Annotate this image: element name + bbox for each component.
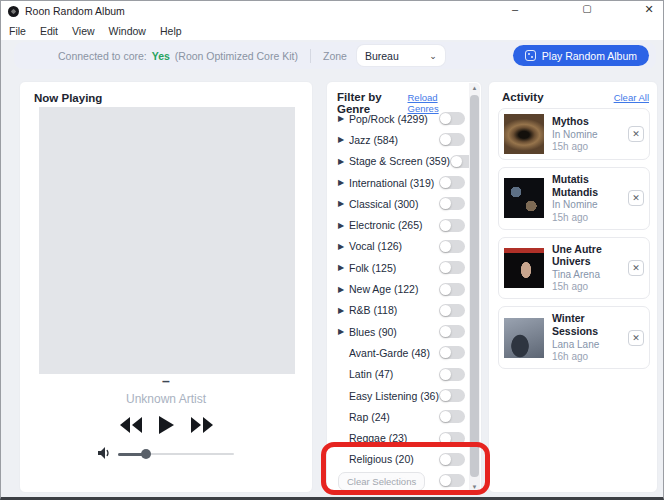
genre-toggle[interactable]: [439, 283, 465, 296]
menu-edit[interactable]: Edit: [40, 25, 58, 37]
genre-toggle[interactable]: [439, 325, 465, 338]
scroll-up-icon[interactable]: ▲: [469, 85, 480, 91]
expand-arrow-icon[interactable]: ▶: [338, 327, 349, 336]
album-thumbnail: [504, 248, 544, 288]
genre-row: ▶ Easy Listening (36): [327, 385, 471, 406]
menu-help[interactable]: Help: [160, 25, 182, 37]
activity-item[interactable]: Winter Sessions Lana Lane 16h ago ✕: [498, 306, 650, 369]
connected-label: Connected to core:: [58, 50, 147, 62]
titlebar: Roon Random Album – ▢ ✕: [1, 1, 663, 21]
clear-all-link[interactable]: Clear All: [614, 92, 649, 103]
genre-toggle[interactable]: [439, 346, 465, 359]
activity-item[interactable]: Une Autre Univers Tina Arena 15h ago ✕: [498, 237, 650, 300]
app-window: Roon Random Album – ▢ ✕ File Edit View W…: [0, 0, 664, 500]
next-track-button[interactable]: [190, 417, 214, 433]
play-random-album-label: Play Random Album: [542, 50, 637, 62]
activity-title: Activity: [502, 91, 544, 103]
genre-toggle[interactable]: [439, 389, 465, 402]
scrollbar-thumb[interactable]: [470, 95, 479, 477]
remove-item-button[interactable]: ✕: [628, 260, 644, 276]
genre-label: Vocal (126): [349, 240, 439, 252]
play-random-album-button[interactable]: Play Random Album: [513, 45, 649, 66]
remove-item-button[interactable]: ✕: [628, 126, 644, 142]
dice-icon: [525, 50, 536, 61]
expand-arrow-icon[interactable]: ▶: [338, 135, 349, 144]
genre-row: ▶ Reggae (23): [327, 427, 471, 448]
expand-arrow-icon[interactable]: ▶: [338, 285, 349, 294]
genre-row: ▶ Latin (47): [327, 364, 471, 385]
scroll-down-icon[interactable]: ▼: [469, 484, 480, 490]
zone-value: Bureau: [365, 50, 399, 62]
expand-arrow-icon[interactable]: ▶: [338, 263, 349, 272]
remove-item-button[interactable]: ✕: [628, 330, 644, 346]
genre-label: Avant-Garde (48): [349, 347, 439, 359]
play-button[interactable]: [159, 416, 174, 434]
menu-file[interactable]: File: [9, 25, 26, 37]
genre-toggle[interactable]: [439, 368, 465, 381]
genre-toggle[interactable]: [439, 112, 465, 125]
volume-knob[interactable]: [141, 449, 151, 459]
genre-scrollbar[interactable]: ▲ ▼: [469, 83, 480, 492]
genre-toggle[interactable]: [439, 304, 465, 317]
genre-label: Rap (24): [349, 411, 439, 423]
genre-toggle[interactable]: [439, 432, 465, 445]
genre-label: Blues (90): [349, 326, 439, 338]
activity-list: Mythos In Nomine 15h ago ✕ Mutatis Mutan…: [498, 108, 650, 376]
genre-row: ▶ R&B (118): [327, 300, 471, 321]
activity-artist: In Nomine: [552, 128, 620, 142]
genre-toggle[interactable]: [439, 176, 465, 189]
activity-album: Mutatis Mutandis: [552, 173, 620, 198]
genre-toggle[interactable]: [439, 474, 465, 487]
genre-toggle[interactable]: [439, 410, 465, 423]
activity-item[interactable]: Mythos In Nomine 15h ago ✕: [498, 108, 650, 160]
zone-dropdown[interactable]: Bureau ⌄: [357, 45, 445, 66]
activity-artist: In Nomine: [552, 198, 620, 212]
clear-selections-tooltip: Clear Selections: [338, 472, 425, 491]
genre-toggle[interactable]: [439, 261, 465, 274]
activity-artist: Tina Arena: [552, 268, 620, 282]
expand-arrow-icon[interactable]: ▶: [338, 242, 349, 251]
activity-item[interactable]: Mutatis Mutandis In Nomine 15h ago ✕: [498, 167, 650, 230]
genre-label: International (319): [349, 177, 439, 189]
activity-time: 15h ago: [552, 281, 620, 293]
genre-toggle[interactable]: [439, 197, 465, 210]
activity-panel: Activity Clear All Mythos In Nomine 15h …: [488, 81, 658, 493]
expand-arrow-icon[interactable]: ▶: [338, 221, 349, 230]
genre-row: ▶ International (319): [327, 172, 471, 193]
genre-label: Pop/Rock (4299): [349, 113, 439, 125]
menu-view[interactable]: View: [72, 25, 95, 37]
previous-track-button[interactable]: [119, 417, 143, 433]
genre-list: ▶ Pop/Rock (4299) ▶ Jazz (584) ▶ Stage &…: [327, 108, 471, 493]
zone-label: Zone: [323, 50, 347, 62]
expand-arrow-icon[interactable]: ▶: [338, 114, 349, 123]
expand-arrow-icon[interactable]: ▶: [338, 178, 349, 187]
genre-toggle[interactable]: [439, 453, 465, 466]
genre-filter-panel: Filter by Genre Reload Genres ▶ Pop/Rock…: [326, 81, 482, 493]
genre-label: Easy Listening (36): [349, 390, 439, 402]
genre-label: Stage & Screen (359): [349, 155, 450, 167]
activity-album: Une Autre Univers: [552, 243, 620, 268]
genre-toggle[interactable]: [439, 240, 465, 253]
album-thumbnail: [504, 178, 544, 218]
remove-item-button[interactable]: ✕: [628, 190, 644, 206]
genre-label: Classical (300): [349, 198, 439, 210]
album-thumbnail: [504, 114, 544, 154]
genre-toggle[interactable]: [439, 219, 465, 232]
volume-slider[interactable]: [118, 453, 234, 455]
expand-arrow-icon[interactable]: ▶: [338, 199, 349, 208]
expand-arrow-icon[interactable]: ▶: [338, 157, 349, 166]
artist-name: Unknown Artist: [20, 392, 312, 406]
close-button[interactable]: ✕: [641, 3, 657, 16]
genre-toggle[interactable]: [439, 133, 465, 146]
core-kit-label: (Roon Optimized Core Kit): [175, 50, 298, 62]
menubar: File Edit View Window Help: [1, 21, 663, 40]
genre-label: Reggae (23): [349, 432, 439, 444]
minimize-button[interactable]: –: [507, 3, 523, 15]
maximize-button[interactable]: ▢: [579, 3, 595, 14]
genre-row: ▶ Holiday (12): [327, 491, 471, 493]
genre-label: Folk (125): [349, 262, 439, 274]
genre-row: ▶ Jazz (584): [327, 129, 471, 150]
menu-window[interactable]: Window: [109, 25, 146, 37]
genre-row: ▶ Vocal (126): [327, 236, 471, 257]
expand-arrow-icon[interactable]: ▶: [338, 306, 349, 315]
